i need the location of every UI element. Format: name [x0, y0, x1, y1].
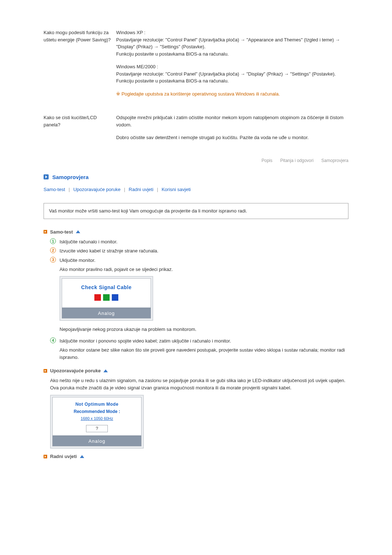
note-body: Pogledajte uputstva za korištenje operat…: [122, 91, 280, 97]
osd-title-area: Not Optimum Mode Recommended Mode : 1680…: [53, 397, 141, 436]
osd-line: Recommended Mode :: [53, 408, 141, 415]
separator: |: [69, 187, 70, 192]
step-text: Nepojavljivanje nekog prozora ukazuje na…: [60, 326, 348, 333]
step-body: Isključite monitor i ponovno spojite vid…: [60, 337, 348, 363]
osd-inner: Check Signal Cable Analog: [62, 278, 151, 319]
step-number-icon: 3: [50, 257, 56, 263]
step-item: 4 Isključite monitor i ponovno spojite v…: [50, 337, 348, 363]
intro-box: Vaš monitor može vršiti samo-test koji V…: [44, 203, 348, 219]
answer-line: Dobro očistite sav deterdžent i nemojte …: [116, 134, 348, 141]
qa-question: Kako mogu podesiti funkciju za uštetu en…: [44, 29, 116, 103]
anchor-tips[interactable]: Korisni savjeti: [162, 187, 191, 192]
anchor-warnings[interactable]: Upozoravajuće poruke: [73, 187, 121, 192]
osd-color-squares: [62, 291, 151, 304]
step-text: Uključite monitor.: [60, 257, 348, 264]
qa-row: Kako mogu podesiti funkciju za uštetu en…: [44, 29, 348, 103]
answer-text: Windows ME/2000 : Postavljanje rezolucij…: [116, 63, 348, 85]
osd-wrapper: Not Optimum Mode Recommended Mode : 1680…: [44, 395, 348, 449]
note-icon: ※: [116, 91, 122, 97]
answer-line: Postavljanje rezolucije: "Control Panel"…: [116, 37, 340, 50]
step-number-icon: 4: [50, 337, 56, 343]
arrow-icon: [44, 174, 49, 179]
qa-answer: Odspojite mrežni priključak i zatim očis…: [116, 114, 348, 147]
green-square-icon: [103, 294, 110, 301]
section-title: Samoprovjera: [52, 174, 89, 180]
osd-inner: Not Optimum Mode Recommended Mode : 1680…: [52, 397, 142, 446]
tab-qa[interactable]: Pitanja i odgovori: [280, 158, 314, 163]
step-body: Uključite monitor. Ako monitor pravilno …: [60, 257, 348, 335]
subsection-header: Radni uvjeti: [44, 454, 348, 459]
blue-square-icon: [112, 294, 118, 301]
step-item: 2 Izvucite video kabel iz stražnje stran…: [50, 247, 348, 255]
step-text: Isključite monitor i ponovno spojite vid…: [60, 337, 348, 345]
bullet-icon: [44, 455, 47, 458]
anchor-links: Samo-test | Upozoravajuće poruke | Radni…: [44, 187, 348, 192]
answer-text: Windows XP : Postavljanje rezolucije: "C…: [116, 29, 348, 57]
osd-title-area: Check Signal Cable: [62, 279, 151, 308]
anchor-samotest[interactable]: Samo-test: [44, 187, 65, 192]
step-text: Ako monitor pravilno radi, pojavit ce se…: [60, 266, 348, 273]
bullet-icon: [44, 230, 47, 234]
osd-line: 1680 x 1050 60Hz: [81, 416, 113, 422]
step-number-icon: 2: [50, 247, 56, 253]
tab-selftest[interactable]: Samoprovjera: [321, 158, 348, 163]
up-arrow-icon[interactable]: [103, 369, 108, 372]
qa-answer: Windows XP : Postavljanje rezolucije: "C…: [116, 29, 348, 103]
qa-row: Kako se cisti kucište/LCD panela? Odspoj…: [44, 114, 348, 147]
step-number-icon: 1: [50, 238, 56, 244]
subsection-title: Samo-test: [50, 229, 73, 235]
subsection-title: Radni uvjeti: [50, 454, 77, 459]
up-arrow-icon[interactable]: [80, 455, 84, 458]
osd-title: Check Signal Cable: [62, 284, 151, 291]
subsection-title: Upozoravajuće poruke: [50, 368, 101, 373]
step-text: Izvucite video kabel iz stražnje strane …: [60, 247, 348, 255]
section-header: Samoprovjera: [44, 174, 348, 180]
separator: |: [124, 187, 125, 192]
step-text: Isključite računalo i monitor.: [60, 238, 348, 246]
subsection-header: Upozoravajuće poruke: [44, 368, 348, 373]
page-content: Kako mogu podesiti funkciju za uštetu en…: [0, 0, 392, 485]
subsection-header: Samo-test: [44, 229, 348, 235]
step-item: 1 Isključite računalo i monitor.: [50, 238, 348, 246]
qa-list: Kako mogu podesiti funkciju za uštetu en…: [44, 29, 348, 147]
osd-line: Not Optimum Mode: [53, 401, 141, 408]
answer-line: Funkciju postavite u postavkama BIOS-a n…: [116, 78, 229, 84]
note-text: ※ Pogledajte uputstva za korištenje oper…: [116, 90, 348, 98]
qa-question: Kako se cisti kucište/LCD panela?: [44, 114, 116, 147]
osd-screenshot: Not Optimum Mode Recommended Mode : 1680…: [50, 395, 144, 449]
answer-line: Postavljanje rezolucije: "Control Panel"…: [116, 71, 336, 77]
steps-list: 1 Isključite računalo i monitor. 2 Izvuc…: [44, 238, 348, 363]
answer-line: Odspojite mrežni priključak i zatim očis…: [116, 114, 348, 128]
os-label: Windows XP :: [116, 30, 146, 35]
osd-help-button: ?: [86, 425, 108, 432]
step-item: 3 Uključite monitor. Ako monitor praviln…: [50, 257, 348, 335]
step-text: Ako monitor ostane bez slike nakon što s…: [60, 347, 348, 361]
bullet-icon: [44, 369, 47, 373]
separator: |: [157, 187, 158, 192]
up-arrow-icon[interactable]: [76, 230, 80, 233]
answer-line: Funkciju postavite u postavkama BIOS-a n…: [116, 51, 229, 57]
warning-paragraph: Ako nešto nije u redu s ulaznim signalom…: [44, 377, 348, 391]
red-square-icon: [94, 294, 101, 301]
osd-footer: Analog: [53, 436, 141, 446]
osd-footer: Analog: [62, 308, 151, 319]
tab-list[interactable]: Popis: [262, 158, 273, 163]
os-label: Windows ME/2000 :: [116, 64, 158, 69]
section-tabs: Popis Pitanja i odgovori Samoprovjera: [44, 158, 348, 163]
osd-screenshot: Check Signal Cable Analog: [60, 276, 153, 321]
anchor-environment[interactable]: Radni uvjeti: [129, 187, 154, 192]
